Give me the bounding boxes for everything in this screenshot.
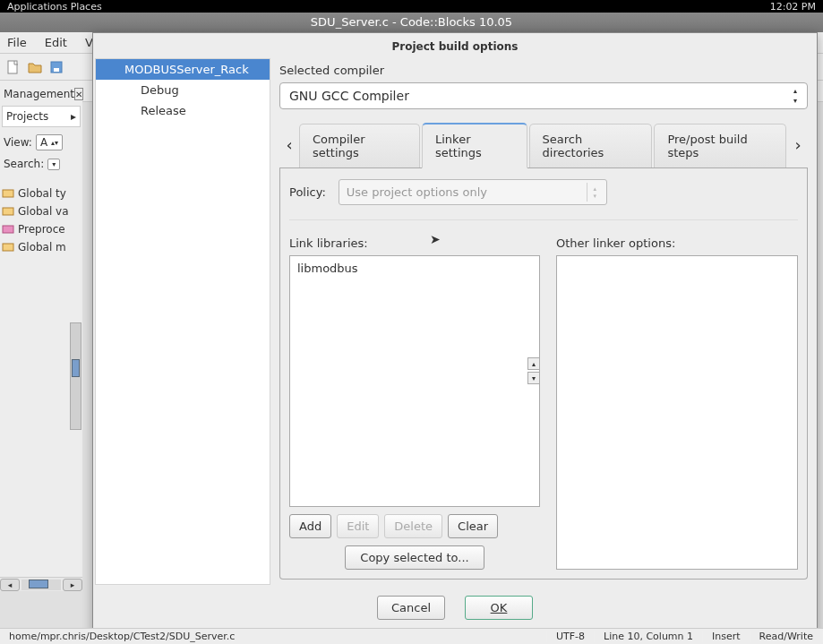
compiler-select[interactable]: GNU GCC Compiler ▴▾ bbox=[279, 82, 808, 109]
open-folder-icon[interactable] bbox=[27, 59, 43, 75]
scroll-right-icon[interactable]: ▸ bbox=[63, 579, 82, 591]
tab-compiler-settings[interactable]: Compiler settings bbox=[299, 124, 420, 167]
svg-rect-3 bbox=[3, 190, 13, 197]
svg-rect-5 bbox=[3, 226, 13, 233]
selected-compiler-label: Selected compiler bbox=[279, 64, 808, 77]
close-icon[interactable]: ✕ bbox=[74, 88, 83, 100]
link-libraries-list[interactable]: libmodbus bbox=[289, 255, 540, 507]
dialog-title: Project build options bbox=[93, 33, 817, 58]
tab-pre-post-build[interactable]: Pre/post build steps bbox=[654, 124, 786, 167]
symbol-tree-item[interactable]: Preproce bbox=[0, 220, 82, 238]
chevron-down-icon: ▴▾ bbox=[587, 183, 603, 202]
target-release[interactable]: Release bbox=[96, 100, 270, 121]
list-item[interactable]: libmodbus bbox=[297, 262, 532, 275]
tabs-bar: ‹ Compiler settings Linker settings Sear… bbox=[279, 122, 808, 168]
search-label: Search: bbox=[4, 158, 44, 170]
svg-rect-4 bbox=[3, 208, 13, 215]
view-label: View: bbox=[4, 136, 32, 149]
save-icon[interactable] bbox=[48, 59, 64, 75]
status-path: home/mpr.chris/Desktop/CTest2/SDU_Server… bbox=[0, 631, 547, 642]
status-bar: home/mpr.chris/Desktop/CTest2/SDU_Server… bbox=[0, 628, 823, 644]
svg-rect-0 bbox=[8, 61, 17, 73]
chevron-right-icon[interactable]: ▸ bbox=[71, 110, 76, 123]
project-build-options-dialog: Project build options MODBUSServer_Rack … bbox=[92, 32, 818, 636]
vertical-scrollbar[interactable] bbox=[70, 322, 81, 430]
symbol-tree-item[interactable]: Global m bbox=[0, 238, 82, 256]
target-debug[interactable]: Debug bbox=[96, 80, 270, 100]
scroll-left-icon[interactable]: ◂ bbox=[0, 579, 20, 591]
panel-left[interactable]: Applications Places bbox=[7, 1, 102, 13]
delete-button: Delete bbox=[384, 514, 442, 538]
search-dropdown[interactable]: ▾ bbox=[47, 159, 60, 170]
policy-select: Use project options only ▴▾ bbox=[339, 179, 607, 205]
status-position: Line 10, Column 1 bbox=[595, 631, 703, 642]
copy-selected-button[interactable]: Copy selected to... bbox=[345, 545, 484, 570]
svg-rect-2 bbox=[54, 68, 59, 72]
tab-search-directories[interactable]: Search directories bbox=[529, 124, 653, 167]
management-panel: Management ✕ Projects ▸ View: A▴▾ Search… bbox=[0, 81, 82, 591]
horizontal-scrollbar[interactable] bbox=[21, 580, 61, 590]
other-linker-options-textarea[interactable] bbox=[556, 255, 798, 570]
new-file-icon[interactable] bbox=[5, 59, 21, 75]
svg-rect-6 bbox=[3, 244, 13, 251]
main-window-title: SDU_Server.c - Code::Blocks 10.05 bbox=[0, 13, 823, 32]
policy-label: Policy: bbox=[289, 185, 326, 199]
targets-tree[interactable]: MODBUSServer_Rack Debug Release bbox=[95, 58, 270, 585]
projects-tab[interactable]: Projects bbox=[6, 110, 48, 123]
symbol-tree-item[interactable]: Global va bbox=[0, 202, 82, 220]
status-encoding: UTF-8 bbox=[547, 631, 595, 642]
edit-button: Edit bbox=[337, 514, 379, 538]
symbol-tree-item[interactable]: Global ty bbox=[0, 185, 82, 202]
menu-edit[interactable]: Edit bbox=[41, 34, 71, 51]
view-select[interactable]: A▴▾ bbox=[36, 134, 63, 150]
status-rw-mode: Read/Write bbox=[750, 631, 823, 642]
clear-button[interactable]: Clear bbox=[448, 514, 498, 538]
add-button[interactable]: Add bbox=[289, 514, 331, 538]
tabs-scroll-right-icon[interactable]: › bbox=[788, 129, 808, 161]
move-down-button[interactable]: ▾ bbox=[527, 372, 540, 384]
tab-linker-settings[interactable]: Linker settings bbox=[422, 123, 527, 168]
desktop-top-panel: Applications Places 12:02 PM bbox=[0, 0, 823, 13]
panel-clock: 12:02 PM bbox=[770, 1, 816, 13]
link-libraries-label: Link libraries: bbox=[289, 236, 540, 250]
cancel-button[interactable]: Cancel bbox=[377, 596, 445, 620]
management-label: Management bbox=[4, 88, 74, 100]
menu-file[interactable]: File bbox=[4, 34, 30, 51]
other-linker-options-label: Other linker options: bbox=[556, 236, 798, 250]
tabs-scroll-left-icon[interactable]: ‹ bbox=[279, 129, 299, 161]
ok-button[interactable]: OK bbox=[465, 596, 533, 620]
move-up-button[interactable]: ▴ bbox=[527, 357, 540, 370]
target-root[interactable]: MODBUSServer_Rack bbox=[96, 59, 270, 80]
spinner-icon[interactable]: ▴▾ bbox=[787, 87, 803, 105]
status-insert-mode: Insert bbox=[703, 631, 750, 642]
